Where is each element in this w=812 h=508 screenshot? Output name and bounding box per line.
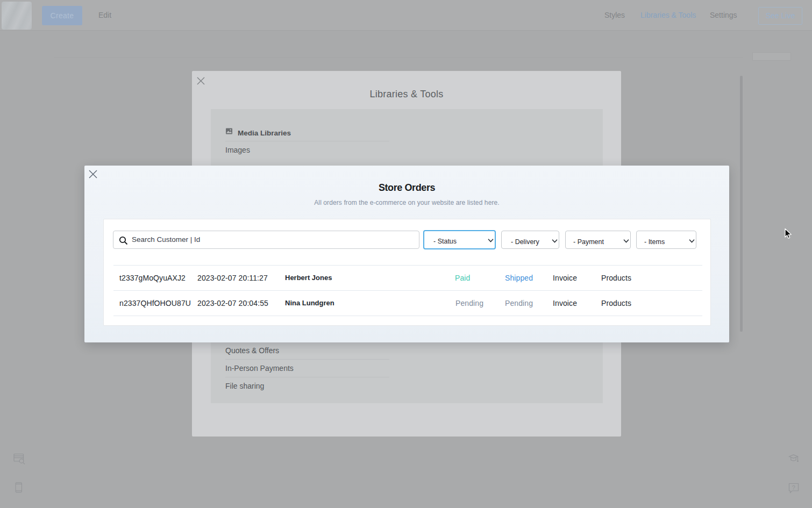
svg-text:?: ? [792,484,795,491]
